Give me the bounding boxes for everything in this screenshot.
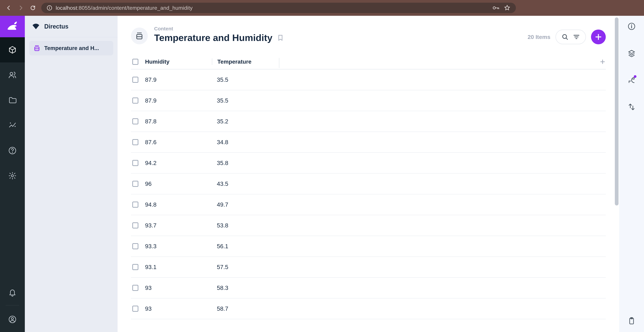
url-path: :8055/admin/content/temperature_and_humi…	[77, 5, 192, 11]
row-checkbox[interactable]	[131, 118, 145, 124]
breadcrumb[interactable]: Content	[154, 26, 284, 32]
create-item-button[interactable]	[591, 30, 606, 44]
clipboard-button[interactable]	[628, 317, 636, 325]
module-notifications[interactable]	[0, 280, 25, 305]
page-title: Temperature and Humidity	[154, 32, 272, 43]
wifi-icon	[32, 23, 40, 30]
cell-temperature: 53.8	[212, 222, 279, 229]
row-checkbox[interactable]	[131, 181, 145, 187]
bookmark-icon[interactable]	[277, 34, 284, 42]
sidebar-item-label: Temperature and H...	[44, 45, 99, 51]
brand-name: Directus	[44, 23, 68, 30]
table-row[interactable]: 9643.5	[131, 174, 606, 194]
scrollbar-thumb[interactable]	[615, 18, 618, 205]
row-checkbox[interactable]	[131, 222, 145, 228]
cell-humidity: 93.3	[145, 243, 212, 250]
sidebar-item-temperature-humidity[interactable]: Temperature and H...	[29, 41, 113, 55]
column-header-temperature[interactable]: Temperature	[212, 58, 279, 65]
cell-temperature: 35.5	[212, 76, 279, 83]
import-export-button[interactable]	[628, 103, 636, 111]
site-info-icon[interactable]: i	[47, 5, 52, 11]
search-filter-pill[interactable]	[556, 30, 586, 44]
sensor-icon	[33, 45, 40, 52]
cell-humidity: 87.9	[145, 97, 212, 104]
table-header: Humidity Temperature	[131, 54, 606, 70]
data-table: Humidity Temperature 87.935.587.935.587.…	[118, 49, 619, 319]
cell-humidity: 93.7	[145, 222, 212, 229]
row-checkbox[interactable]	[131, 285, 145, 291]
svg-point-5	[12, 152, 13, 153]
module-users[interactable]	[0, 63, 25, 88]
cell-temperature: 43.5	[212, 180, 279, 187]
table-row[interactable]: 93.753.8	[131, 215, 606, 236]
module-divider	[6, 305, 19, 305]
row-checkbox[interactable]	[131, 139, 145, 145]
table-row[interactable]: 87.935.5	[131, 70, 606, 90]
info-panel-button[interactable]	[628, 23, 636, 31]
add-column-icon[interactable]	[600, 59, 606, 65]
sidebar-nav: Temperature and H...	[25, 37, 118, 59]
column-divider	[279, 58, 280, 68]
cell-humidity: 87.6	[145, 139, 212, 146]
search-icon[interactable]	[562, 34, 568, 40]
cell-temperature: 35.8	[212, 160, 279, 166]
cell-temperature: 56.1	[212, 243, 279, 250]
cell-humidity: 93	[145, 284, 212, 291]
row-checkbox[interactable]	[131, 202, 145, 208]
cell-humidity: 94.2	[145, 160, 212, 166]
logo-rabbit-icon[interactable]	[0, 16, 25, 37]
table-row[interactable]: 87.634.8	[131, 132, 606, 153]
browser-address-bar[interactable]: i localhost:8055/admin/content/temperatu…	[41, 3, 516, 13]
svg-point-2	[10, 123, 11, 124]
table-row[interactable]: 9358.7	[131, 298, 606, 319]
module-files[interactable]	[0, 88, 25, 113]
cell-temperature: 49.7	[212, 201, 279, 208]
module-account[interactable]	[0, 307, 25, 332]
page-header: Content Temperature and Humidity 20 Item…	[118, 16, 619, 49]
url-text: localhost:8055/admin/content/temperature…	[56, 5, 192, 11]
svg-point-3	[14, 126, 16, 127]
table-row[interactable]: 87.835.2	[131, 111, 606, 132]
table-row[interactable]: 94.235.8	[131, 153, 606, 174]
module-insights[interactable]	[0, 113, 25, 138]
sidebar-header: Directus	[25, 16, 118, 37]
right-rail	[619, 16, 644, 332]
cell-temperature: 35.2	[212, 118, 279, 125]
svg-point-8	[12, 317, 14, 320]
table-row[interactable]: 94.849.7	[131, 194, 606, 215]
column-header-humidity[interactable]: Humidity	[145, 58, 212, 65]
cell-temperature: 58.3	[212, 284, 279, 291]
browser-forward-button[interactable]	[17, 4, 24, 12]
module-settings[interactable]	[0, 163, 25, 188]
browser-back-button[interactable]	[5, 4, 12, 12]
select-all-checkbox[interactable]	[131, 59, 145, 65]
row-checkbox[interactable]	[131, 77, 145, 83]
scrollbar[interactable]	[614, 18, 619, 330]
table-row[interactable]: 93.356.1	[131, 236, 606, 257]
table-row[interactable]: 93.157.5	[131, 257, 606, 278]
module-docs[interactable]	[0, 138, 25, 163]
layers-panel-button[interactable]	[628, 49, 636, 58]
cell-humidity: 93	[145, 305, 212, 312]
bookmark-star-icon[interactable]	[504, 5, 510, 11]
cell-humidity: 87.8	[145, 118, 212, 125]
collection-header-icon[interactable]	[131, 28, 148, 44]
svg-point-13	[631, 25, 632, 26]
row-checkbox[interactable]	[131, 160, 145, 166]
main-content: Content Temperature and Humidity 20 Item…	[118, 16, 619, 332]
svg-point-0	[493, 7, 496, 9]
cell-humidity: 96	[145, 180, 212, 187]
table-row[interactable]: 9358.3	[131, 278, 606, 298]
browser-reload-button[interactable]	[29, 4, 36, 12]
table-row[interactable]: 87.935.5	[131, 90, 606, 111]
module-content[interactable]	[0, 37, 25, 63]
row-checkbox[interactable]	[131, 98, 145, 104]
row-checkbox[interactable]	[131, 306, 145, 312]
filter-icon[interactable]	[573, 34, 580, 40]
password-key-icon[interactable]	[493, 6, 500, 10]
cell-temperature: 58.7	[212, 305, 279, 312]
app-frame: Directus Temperature and H... Content Te…	[0, 16, 644, 332]
row-checkbox[interactable]	[131, 264, 145, 270]
activity-panel-button[interactable]	[628, 76, 636, 85]
row-checkbox[interactable]	[131, 243, 145, 249]
